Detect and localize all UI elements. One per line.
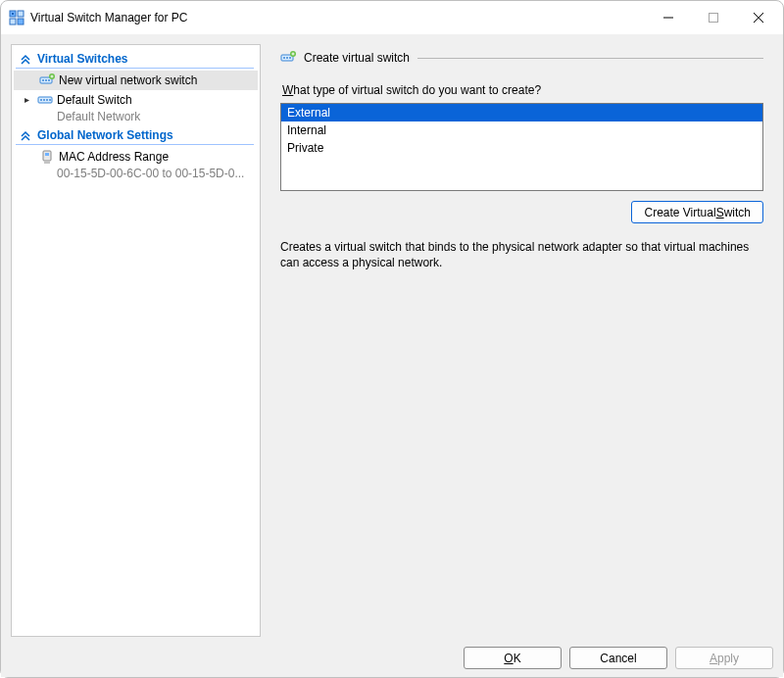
maximize-button bbox=[691, 1, 736, 34]
tree-item-label: MAC Address Range bbox=[59, 149, 169, 165]
svg-rect-16 bbox=[45, 153, 49, 156]
main-panel: Create virtual switch What type of virtu… bbox=[270, 44, 773, 637]
section-virtual-switches[interactable]: Virtual Switches bbox=[16, 49, 254, 69]
tree-item-default-switch[interactable]: ▸ Default Switch bbox=[14, 90, 258, 110]
chevron-up-icon bbox=[20, 129, 31, 141]
nic-icon bbox=[39, 149, 55, 165]
create-virtual-switch-button[interactable]: Create Virtual Switch bbox=[631, 201, 763, 223]
apply-button: Apply bbox=[675, 647, 773, 669]
svg-point-14 bbox=[49, 99, 51, 101]
svg-point-13 bbox=[46, 99, 48, 101]
dialog-footer: OK Cancel Apply bbox=[11, 637, 773, 669]
client-area: Virtual Switches New virtual network swi… bbox=[1, 34, 783, 677]
list-item[interactable]: Private bbox=[281, 139, 762, 157]
svg-point-20 bbox=[289, 57, 291, 59]
list-item[interactable]: Internal bbox=[281, 121, 762, 139]
type-description: Creates a virtual switch that binds to t… bbox=[280, 239, 751, 270]
close-button[interactable] bbox=[736, 1, 781, 34]
nav-tree[interactable]: Virtual Switches New virtual network swi… bbox=[11, 44, 261, 637]
tree-item-mac-range[interactable]: MAC Address Range bbox=[14, 147, 258, 167]
section-global-settings[interactable]: Global Network Settings bbox=[16, 125, 254, 145]
workarea: Virtual Switches New virtual network swi… bbox=[11, 44, 773, 637]
svg-point-6 bbox=[42, 79, 44, 81]
svg-rect-3 bbox=[18, 19, 24, 24]
tree-item-label: New virtual network switch bbox=[59, 73, 197, 88]
svg-rect-1 bbox=[18, 11, 24, 17]
svg-point-18 bbox=[283, 57, 285, 59]
window: Virtual Switch Manager for PC Virtual Sw… bbox=[0, 0, 784, 678]
question-label: What type of virtual switch do you want … bbox=[282, 83, 761, 97]
titlebar: Virtual Switch Manager for PC bbox=[1, 1, 783, 34]
app-icon bbox=[9, 10, 24, 25]
cancel-button[interactable]: Cancel bbox=[569, 647, 667, 669]
tree-item-subtext: Default Network bbox=[14, 110, 258, 125]
section-label: Global Network Settings bbox=[37, 128, 173, 142]
svg-point-11 bbox=[40, 99, 42, 101]
svg-rect-2 bbox=[10, 19, 16, 24]
section-label: Virtual Switches bbox=[37, 52, 127, 66]
window-title: Virtual Switch Manager for PC bbox=[30, 11, 188, 24]
panel-title: Create virtual switch bbox=[304, 51, 410, 65]
switch-type-list[interactable]: External Internal Private bbox=[280, 103, 763, 191]
tree-item-label: Default Switch bbox=[57, 92, 132, 108]
svg-point-7 bbox=[45, 79, 47, 81]
list-item[interactable]: External bbox=[281, 104, 762, 121]
expander-icon[interactable]: ▸ bbox=[22, 92, 31, 108]
chevron-up-icon bbox=[20, 53, 31, 65]
tree-item-new-switch[interactable]: New virtual network switch bbox=[14, 71, 258, 90]
minimize-button[interactable] bbox=[646, 1, 691, 34]
switch-add-icon bbox=[39, 73, 55, 88]
ok-button[interactable]: OK bbox=[464, 647, 562, 669]
svg-point-19 bbox=[286, 57, 288, 59]
header-rule bbox=[417, 58, 763, 59]
svg-point-12 bbox=[43, 99, 45, 101]
svg-rect-4 bbox=[710, 14, 718, 23]
switch-add-icon bbox=[280, 50, 296, 66]
switch-icon bbox=[37, 92, 53, 108]
svg-point-8 bbox=[48, 79, 50, 81]
panel-header: Create virtual switch bbox=[280, 50, 763, 70]
tree-item-subtext: 00-15-5D-00-6C-00 to 00-15-5D-0... bbox=[14, 167, 258, 182]
